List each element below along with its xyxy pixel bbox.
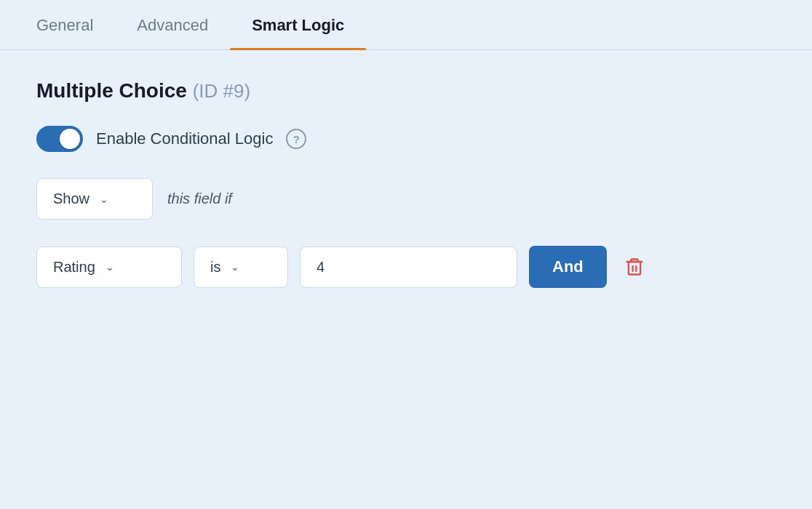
show-dropdown-arrow-icon: ⌄: [100, 193, 108, 205]
show-row: Show ⌄ this field if: [36, 178, 776, 220]
show-dropdown[interactable]: Show ⌄: [36, 178, 153, 220]
field-dropdown[interactable]: Rating ⌄: [36, 247, 182, 288]
operator-dropdown[interactable]: is ⌄: [194, 247, 288, 288]
and-button[interactable]: And: [529, 246, 607, 288]
condition-value-input[interactable]: [300, 247, 517, 288]
field-title-text: Multiple Choice: [36, 79, 187, 102]
conditional-logic-label: Enable Conditional Logic: [96, 129, 273, 148]
field-title: Multiple Choice (ID #9): [36, 79, 776, 103]
toggle-track: [36, 126, 83, 152]
field-id: (ID #9): [193, 80, 250, 102]
field-dropdown-arrow-icon: ⌄: [106, 261, 114, 273]
tabs-bar: General Advanced Smart Logic: [0, 0, 812, 50]
show-dropdown-value: Show: [53, 191, 89, 207]
delete-condition-button[interactable]: [618, 251, 650, 283]
conditional-logic-toggle[interactable]: [36, 126, 83, 152]
tab-advanced[interactable]: Advanced: [115, 0, 230, 49]
help-icon[interactable]: ?: [286, 129, 306, 149]
tab-smart-logic[interactable]: Smart Logic: [230, 0, 366, 49]
panel: General Advanced Smart Logic Multiple Ch…: [0, 0, 812, 509]
tab-general[interactable]: General: [29, 0, 115, 49]
operator-dropdown-value: is: [210, 259, 220, 276]
conditional-logic-row: Enable Conditional Logic ?: [36, 126, 776, 152]
trash-icon: [624, 257, 645, 277]
toggle-thumb: [60, 129, 80, 149]
condition-row: Rating ⌄ is ⌄ And: [36, 246, 776, 288]
field-dropdown-value: Rating: [53, 259, 95, 276]
field-description: this field if: [167, 191, 232, 207]
operator-dropdown-arrow-icon: ⌄: [231, 261, 239, 273]
content-area: Multiple Choice (ID #9) Enable Condition…: [0, 50, 812, 317]
